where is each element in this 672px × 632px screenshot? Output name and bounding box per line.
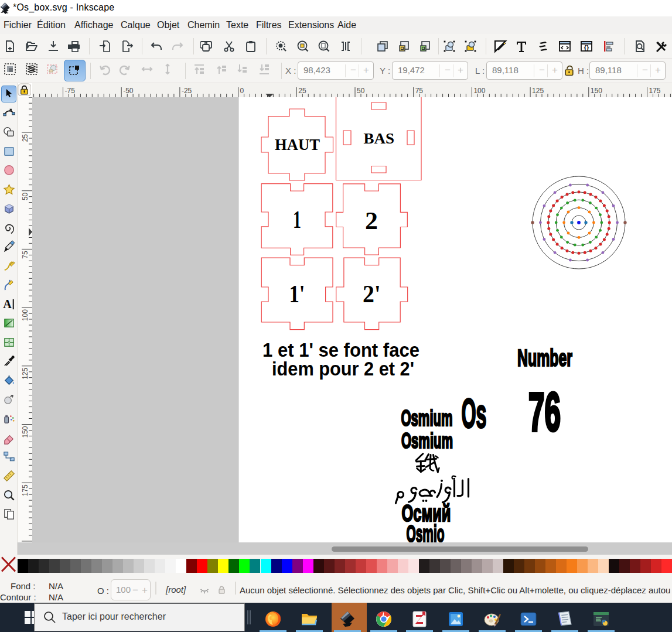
svg-text:Number: Number: [517, 345, 572, 371]
svg-text:{}: {}: [584, 44, 589, 51]
svg-text:150: 150: [21, 426, 29, 438]
svg-text:1': 1': [289, 281, 305, 308]
svg-text:175: 175: [21, 484, 29, 496]
svg-text:A: A: [3, 298, 12, 310]
svg-text:175: 175: [649, 87, 661, 95]
svg-text:HAUT: HAUT: [275, 136, 320, 153]
svg-text:1: 1: [293, 206, 301, 233]
svg-text:idem pour 2 et 2': idem pour 2 et 2': [272, 358, 414, 380]
svg-text:-50: -50: [123, 87, 134, 95]
svg-text:75: 75: [415, 87, 424, 95]
svg-text:BAS: BAS: [363, 130, 394, 147]
svg-text:2: 2: [365, 207, 378, 234]
svg-text:150: 150: [591, 87, 602, 95]
svg-text:Osmium: Osmium: [401, 406, 453, 431]
svg-text:125: 125: [21, 367, 29, 379]
svg-text:2': 2': [363, 281, 381, 308]
svg-text:125: 125: [532, 87, 544, 95]
svg-text:50: 50: [21, 192, 29, 200]
svg-text:-75: -75: [65, 87, 76, 95]
svg-text:Osmium: Osmium: [401, 429, 453, 453]
svg-text:Osmio: Osmio: [407, 520, 445, 542]
svg-text:100: 100: [21, 309, 29, 321]
svg-text:0: 0: [240, 87, 244, 95]
svg-text:76: 76: [528, 382, 561, 442]
svg-text:25: 25: [21, 134, 29, 142]
svg-text:100: 100: [473, 87, 485, 95]
svg-text:Os: Os: [462, 390, 487, 436]
svg-text:50: 50: [357, 87, 365, 95]
svg-text:75: 75: [21, 251, 29, 259]
svg-text:25: 25: [298, 87, 306, 95]
svg-text:-25: -25: [182, 87, 192, 95]
